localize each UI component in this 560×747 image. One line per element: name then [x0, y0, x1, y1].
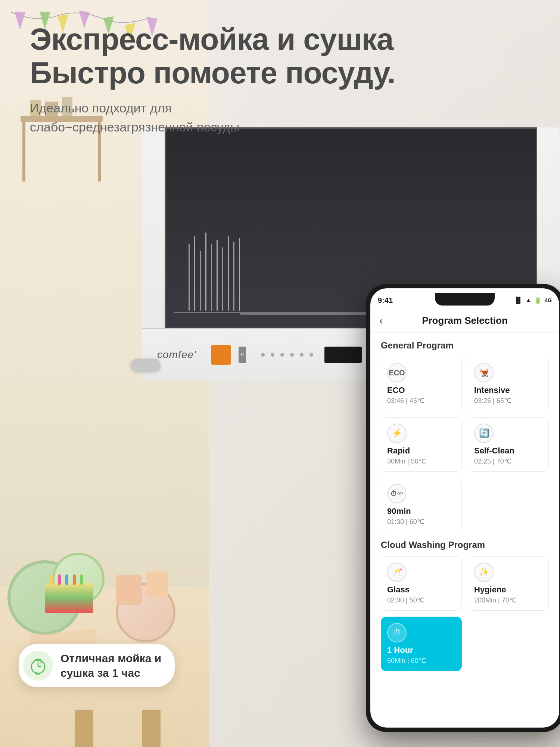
90min-name: 90min: [387, 506, 411, 516]
app-content: General Program ECO ECO 03:46 | 45℃ 🫕 In…: [370, 333, 559, 728]
battery-icon: 🔋: [534, 297, 542, 304]
battery-level: 4G: [545, 297, 552, 303]
signal-icon: ▐▌: [514, 297, 523, 304]
intensive-name: Intensive: [474, 385, 510, 395]
rapid-icon: ⚡: [387, 424, 407, 443]
hero-subtitle: Идеально подходит для слабо−среднезагряз…: [30, 99, 395, 137]
dishwasher-handle: [131, 359, 161, 372]
hygiene-icon: ✨: [474, 562, 494, 582]
program-row-3: ⏱90° 90min 01:30 | 60℃: [381, 478, 462, 532]
eco-time: 03:46 | 45℃: [387, 397, 424, 405]
dish-6: [217, 240, 218, 311]
dish-10: [239, 238, 240, 311]
brand-logo: comfee': [157, 349, 196, 361]
phone-screen: 9:41 ▐▌ ▲ 🔋 4G ‹ Program Selection Gener…: [370, 288, 559, 728]
cup-2: [146, 571, 168, 598]
status-time: 9:41: [378, 296, 393, 305]
program-intensive[interactable]: 🫕 Intensive 03:25 | 65℃: [468, 357, 549, 411]
rapid-time: 30Min | 50℃: [387, 457, 426, 465]
dish-4: [205, 232, 206, 311]
intensive-time: 03:25 | 65℃: [474, 397, 511, 405]
cake-body: [45, 583, 93, 613]
dishes-container: [189, 232, 240, 311]
1hour-name: 1 Hour: [387, 645, 413, 655]
dot-1: [261, 353, 265, 357]
hero-text: Экспресс-мойка и сушка Быстро помоете по…: [30, 22, 395, 137]
self-clean-name: Self-Clean: [474, 446, 514, 456]
dish-5: [211, 244, 212, 311]
hygiene-time: 200Min | 70℃: [474, 596, 517, 604]
dish-3: [200, 251, 201, 311]
smartphone: 9:41 ▐▌ ▲ 🔋 4G ‹ Program Selection Gener…: [366, 284, 560, 732]
program-90min[interactable]: ⏱90° 90min 01:30 | 60℃: [381, 478, 462, 532]
candle-2: [58, 574, 61, 585]
candle-3: [65, 574, 68, 585]
badge-icon: + 1h: [23, 651, 53, 681]
self-clean-icon: 🔄: [474, 424, 494, 443]
hero-title-line2: Быстро помоете посуду.: [30, 56, 395, 90]
badge-text-line1: Отличная мойка и: [60, 651, 161, 666]
svg-text:+: +: [40, 660, 42, 664]
phone-notch: [435, 293, 495, 306]
cup-1: [116, 575, 142, 605]
svg-text:1h: 1h: [35, 671, 40, 675]
dish-1: [189, 244, 190, 311]
dot-3: [280, 353, 284, 357]
back-button[interactable]: ‹: [379, 315, 383, 327]
badge-text-line2: сушка за 1 час: [60, 666, 161, 680]
panel-display: [324, 347, 362, 363]
program-selection-title: Program Selection: [422, 315, 508, 326]
table-leg-left: [75, 710, 93, 747]
cloud-program-title: Cloud Washing Program: [381, 540, 549, 550]
dish-9: [233, 242, 234, 311]
rapid-name: Rapid: [387, 446, 410, 456]
dot-4: [290, 353, 294, 357]
hero-title: Экспресс-мойка и сушка Быстро помоете по…: [30, 22, 395, 90]
program-row-1: ECO ECO 03:46 | 45℃ 🫕 Intensive 03:25 | …: [381, 357, 549, 411]
panel-dots: [261, 353, 313, 357]
1hour-icon: ⏱: [387, 623, 407, 642]
badge-text: Отличная мойка и сушка за 1 час: [60, 651, 161, 680]
candle-5: [80, 574, 83, 585]
dish-2: [194, 236, 195, 311]
eco-icon: ECO: [387, 363, 407, 382]
glass-time: 02:00 | 50℃: [387, 596, 424, 604]
timer-icon: + 1h: [29, 656, 47, 675]
program-rapid[interactable]: ⚡ Rapid 30Min | 50℃: [381, 417, 462, 472]
shelf-left-leg: [22, 122, 25, 182]
intensive-icon: 🫕: [474, 363, 494, 382]
app-header: ‹ Program Selection: [370, 309, 559, 333]
status-icons: ▐▌ ▲ 🔋 4G: [514, 297, 552, 304]
glass-icon: 🥂: [387, 562, 407, 582]
table-leg-right: [142, 710, 161, 747]
candle-4: [73, 574, 76, 585]
90min-icon: ⏱90°: [387, 484, 407, 503]
program-1hour[interactable]: ⏱ 1 Hour 60Min | 60℃: [381, 617, 462, 671]
glass-name: Glass: [387, 585, 410, 595]
program-glass[interactable]: 🥂 Glass 02:00 | 50℃: [381, 556, 462, 611]
program-eco[interactable]: ECO ECO 03:46 | 45℃: [381, 357, 462, 411]
dish-7: [222, 247, 223, 311]
candle-1: [50, 574, 53, 585]
program-self-clean[interactable]: 🔄 Self-Clean 02:25 | 70℃: [468, 417, 549, 472]
dish-8: [228, 236, 229, 311]
panel-indicator: P: [239, 347, 246, 363]
hero-subtitle-line1: Идеально подходит для: [30, 99, 395, 118]
dot-5: [300, 353, 304, 357]
svg-marker-0: [15, 12, 25, 30]
general-program-title: General Program: [381, 340, 549, 351]
hygiene-name: Hygiene: [474, 585, 506, 595]
power-button[interactable]: [211, 345, 231, 365]
eco-name: ECO: [387, 385, 405, 395]
program-hygiene[interactable]: ✨ Hygiene 200Min | 70℃: [468, 556, 549, 611]
program-row-2: ⚡ Rapid 30Min | 50℃ 🔄 Self-Clean 02:25 |…: [381, 417, 549, 472]
phone-body: 9:41 ▐▌ ▲ 🔋 4G ‹ Program Selection Gener…: [366, 284, 560, 732]
feature-badge: + 1h Отличная мойка и сушка за 1 час: [19, 644, 175, 687]
hero-title-line1: Экспресс-мойка и сушка: [30, 22, 395, 56]
hero-subtitle-line2: слабо−среднезагрязненной посуды: [30, 118, 395, 137]
90min-time: 01:30 | 60℃: [387, 518, 424, 526]
dot-6: [309, 353, 313, 357]
dot-2: [271, 353, 274, 357]
program-row-cloud2: ⏱ 1 Hour 60Min | 60℃: [381, 617, 462, 671]
program-row-cloud1: 🥂 Glass 02:00 | 50℃ ✨ Hygiene 200Min | 7…: [381, 556, 549, 611]
